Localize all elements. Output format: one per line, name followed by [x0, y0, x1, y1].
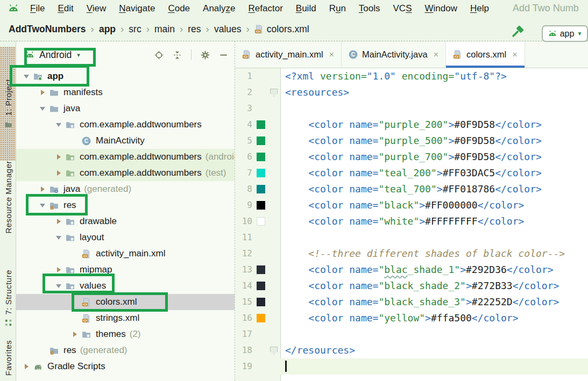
close-tab-icon[interactable]: ×: [434, 50, 438, 60]
stripe-button-1-project[interactable]: 1: Project: [0, 47, 16, 161]
chevron-expanded-icon[interactable]: [37, 204, 48, 207]
tree-item-mipmap[interactable]: mipmap: [16, 262, 235, 278]
chevron-collapsed-icon[interactable]: [53, 154, 65, 160]
stripe-button-favorites[interactable]: Favorites: [0, 340, 16, 381]
editor-line-7[interactable]: 7 <color name="teal_200">#FF03DAC5</colo…: [235, 165, 588, 181]
hide-button[interactable]: [219, 51, 228, 60]
breadcrumb-item-src[interactable]: src: [129, 24, 141, 35]
run-configuration-selector[interactable]: app ▼: [542, 25, 588, 42]
chevron-collapsed-icon[interactable]: [53, 267, 65, 272]
settings-gear-button[interactable]: [201, 51, 210, 60]
menu-item-tools[interactable]: Tools: [352, 3, 387, 14]
fold-marker-icon[interactable]: [270, 89, 278, 97]
project-view-selector[interactable]: Android ▾: [25, 49, 80, 61]
tree-item-java-generated[interactable]: java(generated): [16, 181, 235, 197]
editor-content[interactable]: 1<?xml version="1.0" encoding="utf-8"?>2…: [235, 68, 588, 381]
color-swatch[interactable]: [257, 120, 265, 129]
tree-item-res[interactable]: res: [16, 197, 235, 213]
color-swatch[interactable]: [257, 185, 265, 193]
close-tab-icon[interactable]: ×: [512, 50, 517, 60]
color-swatch[interactable]: [257, 298, 265, 306]
editor-line-8[interactable]: 8 <color name="teal_700">#FF018786</colo…: [235, 181, 588, 197]
menu-item-file[interactable]: File: [24, 3, 51, 14]
menu-item-view[interactable]: View: [80, 3, 113, 14]
tree-item-com-example-addtwonumbers[interactable]: com.example.addtwonumbers: [16, 117, 235, 133]
color-swatch[interactable]: [257, 136, 265, 145]
breadcrumb-item-values[interactable]: values: [214, 24, 242, 35]
editor-line-6[interactable]: 6 <color name="purple_700">#0F9D58</colo…: [235, 149, 588, 165]
color-swatch[interactable]: [257, 169, 265, 177]
chevron-expanded-icon[interactable]: [20, 75, 32, 78]
editor-line-11[interactable]: 11: [235, 229, 588, 246]
editor-line-14[interactable]: 14 <color name="black_shade_2">#272B33</…: [235, 278, 588, 294]
breadcrumb-item-res[interactable]: res: [188, 24, 201, 35]
collapse-all-button[interactable]: [173, 51, 182, 60]
chevron-collapsed-icon[interactable]: [37, 90, 48, 95]
tree-item-java[interactable]: java: [16, 100, 235, 117]
menu-item-vcs[interactable]: VCS: [387, 3, 419, 14]
editor-line-2[interactable]: 2<resources>: [235, 84, 588, 100]
fold-marker-icon[interactable]: [270, 347, 278, 355]
chevron-collapsed-icon[interactable]: [53, 170, 65, 176]
chevron-collapsed-icon[interactable]: [69, 332, 81, 337]
menu-item-build[interactable]: Build: [289, 3, 323, 14]
chevron-collapsed-icon[interactable]: [53, 219, 65, 224]
editor-line-4[interactable]: 4 <color name="purple_200">#0F9D58</colo…: [235, 117, 588, 133]
editor-line-16[interactable]: 16 <color name="yellow">#ffa500</color>: [235, 310, 588, 326]
menu-item-run[interactable]: Run: [323, 3, 352, 14]
stripe-button-resource-manager[interactable]: Resource Manager: [0, 164, 16, 235]
color-swatch[interactable]: [257, 314, 265, 322]
chevron-expanded-icon[interactable]: [53, 236, 65, 240]
build-hammer-button[interactable]: [510, 25, 525, 39]
menu-item-window[interactable]: Window: [419, 3, 464, 14]
editor-line-12[interactable]: 12 <!--three different shades of black c…: [235, 246, 588, 262]
chevron-expanded-icon[interactable]: [53, 284, 65, 288]
menu-item-edit[interactable]: Edit: [51, 3, 80, 14]
menu-item-refactor[interactable]: Refactor: [242, 3, 289, 14]
tree-item-res-generated[interactable]: res(generated): [16, 342, 235, 358]
tree-item-activity-main-xml[interactable]: <>activity_main.xml: [16, 246, 235, 262]
editor-line-15[interactable]: 15 <color name="black_shade_3">#22252D</…: [235, 294, 588, 310]
tab-activity-main-xml[interactable]: <>activity_main.xml×: [235, 41, 342, 68]
tree-item-strings-xml[interactable]: <>strings.xml: [16, 310, 235, 326]
tree-item-com-example-addtwonumbers-test[interactable]: com.example.addtwonumbers(test): [16, 165, 235, 181]
locate-button[interactable]: [154, 51, 164, 60]
editor-line-13[interactable]: 13 <color name="blac_shade_1">#292D36</c…: [235, 262, 588, 278]
tree-item-themes-2[interactable]: themes(2): [16, 326, 235, 342]
color-swatch[interactable]: [257, 153, 265, 161]
editor-line-5[interactable]: 5 <color name="purple_500">#0F9D58</colo…: [235, 133, 588, 149]
chevron-expanded-icon[interactable]: [37, 107, 48, 111]
color-swatch[interactable]: [257, 217, 265, 226]
breadcrumb-item-main[interactable]: main: [154, 24, 175, 35]
menu-item-analyze[interactable]: Analyze: [196, 3, 242, 14]
tree-item-gradle-scripts[interactable]: Gradle Scripts: [16, 358, 235, 375]
editor-line-3[interactable]: 3: [235, 100, 588, 117]
tree-item-com-example-addtwonumbers-androidtest[interactable]: com.example.addtwonumbers(androidTest): [16, 149, 235, 165]
tree-item-app[interactable]: app: [16, 68, 235, 84]
tree-item-mainactivity[interactable]: CMainActivity: [16, 133, 235, 149]
breadcrumb-item-app[interactable]: app: [99, 24, 116, 35]
editor-line-1[interactable]: 1<?xml version="1.0" encoding="utf-8"?>: [235, 68, 588, 84]
editor-line-18[interactable]: 18</resources>: [235, 342, 588, 358]
tree-item-values[interactable]: values: [16, 278, 235, 294]
breadcrumb-item-addtwonumbers[interactable]: AddTwoNumbers: [9, 24, 86, 35]
color-swatch[interactable]: [257, 282, 265, 290]
color-swatch[interactable]: [257, 201, 265, 210]
chevron-collapsed-icon[interactable]: [37, 186, 48, 192]
color-swatch[interactable]: [257, 265, 265, 274]
chevron-collapsed-icon[interactable]: [20, 364, 32, 369]
tree-item-layout[interactable]: layout: [16, 229, 235, 246]
chevron-expanded-icon[interactable]: [53, 123, 65, 127]
menu-item-help[interactable]: Help: [464, 3, 495, 14]
editor-line-9[interactable]: 9 <color name="black">#FF000000</color>: [235, 197, 588, 213]
editor-line-17[interactable]: 17: [235, 326, 588, 342]
close-tab-icon[interactable]: ×: [329, 50, 334, 60]
menu-item-code[interactable]: Code: [161, 3, 196, 14]
tree-item-drawable[interactable]: drawable: [16, 213, 235, 229]
editor-line-19[interactable]: 19: [235, 358, 588, 375]
breadcrumb-item-colors-xml[interactable]: <>colors.xml: [254, 24, 309, 35]
tree-item-manifests[interactable]: manifests: [16, 84, 235, 100]
tree-item-colors-xml[interactable]: <>colors.xml: [16, 294, 235, 310]
tab-mainactivity-java[interactable]: CMainActivity.java×: [342, 41, 446, 68]
menu-item-navigate[interactable]: Navigate: [112, 3, 161, 14]
